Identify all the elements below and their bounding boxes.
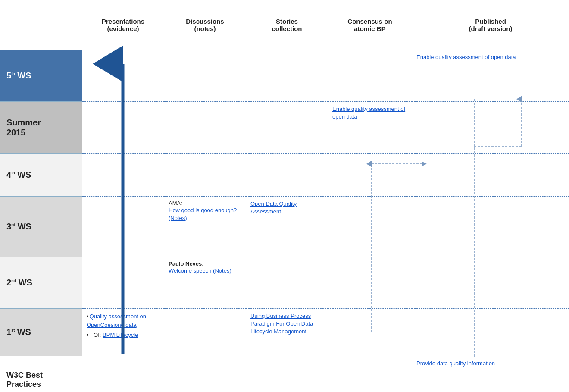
cell-5ws-published: Enable quality assessment of open data [412,50,569,102]
cell-1ws-stories: Using Business Process Paradigm For Open… [246,309,328,356]
bullet-quality-assessment: •Quality assessment on OpenCoesione data [87,312,159,329]
cell-2ws-published [412,257,569,309]
header-empty [0,0,82,50]
link-welcome-speech[interactable]: Welcome speech (Notes) [169,267,231,274]
cell-w3c-consensus [328,356,412,392]
cell-1ws-published [412,309,569,356]
cell-5ws-discussions [164,50,246,102]
cell-2ws-stories [246,257,328,309]
bullet-foi-bpm: • FOI: BPM Lifecycle [87,331,159,339]
cell-w3c-published: Provide data quality information [412,356,569,392]
row-label-3ws: 3rd WS [0,197,82,257]
cell-3ws-discussions: AMA: How good is good enough? (Notes) [164,197,246,257]
cell-5ws-consensus [328,50,412,102]
cell-5ws-stories [246,50,328,102]
link-enable-quality-summer[interactable]: Enable quality assessment of open data [332,106,405,120]
row-label-4ws: 4th WS [0,154,82,197]
cell-4ws-published [412,154,569,197]
cell-1ws-presentations: •Quality assessment on OpenCoesione data… [82,309,164,356]
cell-summer-stories [246,102,328,154]
link-how-good[interactable]: How good is good enough? (Notes) [169,207,237,221]
cell-1ws-consensus [328,309,412,356]
header-published: Published (draft version) [412,0,569,50]
link-provide-data-quality[interactable]: Provide data quality information [416,360,495,367]
cell-3ws-published [412,197,569,257]
cell-w3c-discussions [164,356,246,392]
cell-w3c-presentations [82,356,164,392]
ama-prefix: AMA: [169,200,241,207]
link-using-business[interactable]: Using Business Process Paradigm For Open… [250,313,313,335]
row-label-1ws: 1st WS [0,309,82,356]
cell-summer-published [412,102,569,154]
cell-4ws-stories [246,154,328,197]
link-bpm-lifecycle[interactable]: BPM Lifecycle [103,332,138,338]
cell-2ws-consensus [328,257,412,309]
cell-summer-discussions [164,102,246,154]
header-consensus: Consensus on atomic BP [328,0,412,50]
link-enable-quality-5ws[interactable]: Enable quality assessment of open data [416,54,516,60]
cell-4ws-consensus [328,154,412,197]
cell-w3c-stories [246,356,328,392]
header-presentations: Presentations (evidence) [82,0,164,50]
cell-3ws-stories: Open Data Quality Assessment [246,197,328,257]
link-open-data-quality[interactable]: Open Data Quality Assessment [250,201,297,215]
cell-3ws-consensus [328,197,412,257]
paulo-prefix: Paulo Neves: [169,260,241,267]
row-label-w3c: W3C BestPractices [0,356,82,392]
cell-arrow-summer [82,102,164,154]
row-label-5ws: 5th WS [0,50,82,102]
cell-arrow-5ws [82,50,164,102]
row-label-2ws: 2nd WS [0,257,82,309]
header-stories: Stories collection [246,0,328,50]
cell-4ws-discussions [164,154,246,197]
cell-summer-consensus: Enable quality assessment of open data [328,102,412,154]
cell-arrow-2ws [82,257,164,309]
cell-arrow-3ws [82,197,164,257]
link-quality-assessment[interactable]: Quality assessment on OpenCoesione data [87,313,146,328]
row-label-summer: Summer2015 [0,102,82,154]
cell-arrow-4ws [82,154,164,197]
cell-2ws-discussions: Paulo Neves: Welcome speech (Notes) [164,257,246,309]
header-discussions: Discussions (notes) [164,0,246,50]
cell-1ws-discussions [164,309,246,356]
